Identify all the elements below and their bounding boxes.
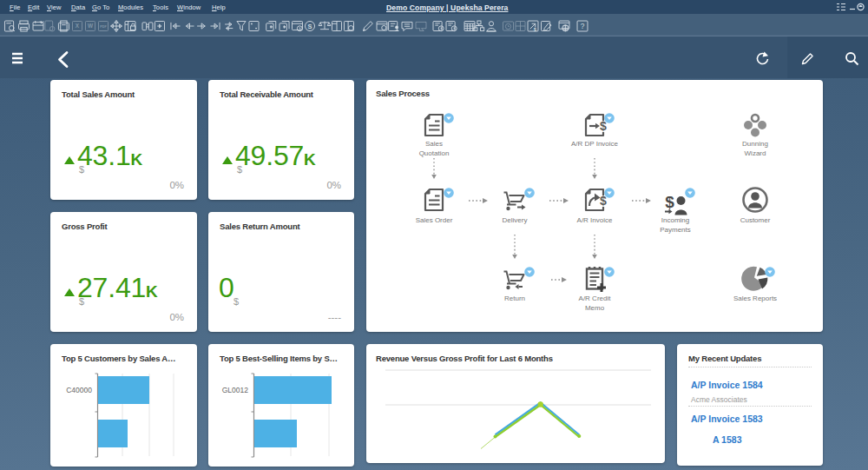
svg-text:C40000: C40000 [66,386,92,394]
svg-text:X: X [76,23,80,29]
svg-text:$: $ [665,193,674,211]
svg-text:Dunning: Dunning [742,140,768,148]
svg-text:Incoming: Incoming [661,216,689,224]
svg-text:Payments: Payments [660,226,691,234]
svg-text:?: ? [581,23,585,30]
svg-text:GL0012: GL0012 [222,386,249,394]
svg-text:Return: Return [504,295,525,302]
svg-text:Memo: Memo [585,304,605,312]
svg-text:Sales Order: Sales Order [416,216,453,224]
svg-text:S: S [308,23,312,30]
svg-text:PDF: PDF [100,25,107,29]
svg-text:Sales Reports: Sales Reports [733,295,777,302]
svg-text:A/R DP Invoice: A/R DP Invoice [571,140,619,148]
svg-text:Quotation: Quotation [419,149,450,157]
svg-text:Wizard: Wizard [745,149,766,157]
svg-text:Delivery: Delivery [503,216,528,224]
svg-text:A/R Invoice: A/R Invoice [577,216,613,224]
svg-text:$: $ [534,27,536,32]
svg-text:Sales: Sales [425,140,443,148]
svg-text:Customer: Customer [740,216,771,224]
svg-text:W: W [88,23,94,29]
svg-text:A/R Credit: A/R Credit [579,295,612,302]
